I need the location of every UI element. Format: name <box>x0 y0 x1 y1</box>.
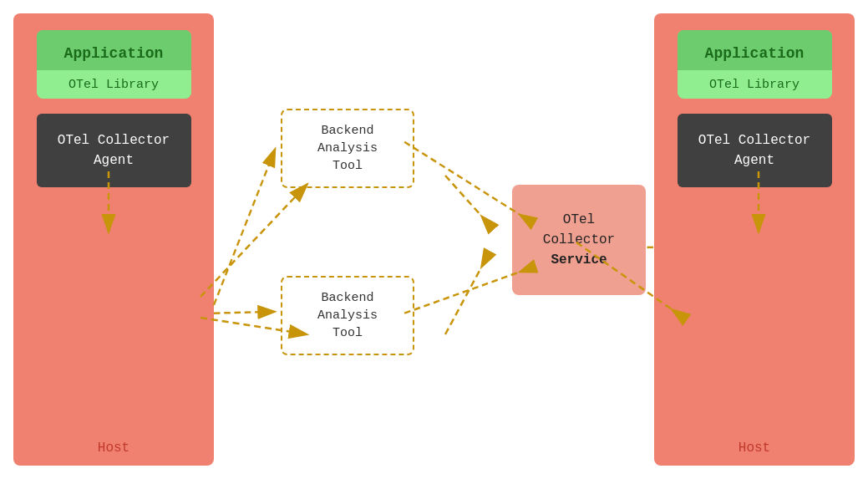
right-host-label: Host <box>739 441 770 456</box>
backend-tool-1-line2: Tool <box>332 159 363 173</box>
right-agent-line1: OTel Collector <box>698 133 810 148</box>
backend-tool-2: Backend Analysis Tool <box>281 276 414 355</box>
backend-tool-2-line2: Tool <box>332 326 363 340</box>
collector-service-box: OTel Collector Service <box>512 185 646 295</box>
backend-tool-2-line1: Backend Analysis <box>317 291 378 323</box>
svg-line-5 <box>404 272 520 313</box>
collector-service-line2: Service <box>551 252 607 268</box>
svg-line-3 <box>214 312 276 313</box>
right-app-title: Application <box>705 45 805 62</box>
backend-tool-1-line1: Backend Analysis <box>317 124 378 155</box>
left-host-label: Host <box>98 441 129 456</box>
right-agent-label: OTel Collector Agent <box>698 133 810 168</box>
backend-tool-2-container: Backend Analysis Tool <box>281 276 414 355</box>
svg-line-4 <box>404 142 520 215</box>
right-app-combined: Application OTel Library <box>678 30 832 99</box>
left-host: Application OTel Library OTel Collector … <box>13 13 214 466</box>
backend-tool-1: Backend Analysis Tool <box>281 109 414 188</box>
left-app-combined: Application OTel Library <box>37 30 191 99</box>
diagram-container: Application OTel Library OTel Collector … <box>0 0 868 479</box>
diagram-wrapper: Backend Analysis Tool Backend Analysis T… <box>214 17 654 462</box>
right-agent-box: OTel Collector Agent <box>678 114 832 187</box>
left-agent-line2: Agent <box>94 153 134 168</box>
backend-tool-1-container: Backend Analysis Tool <box>281 109 414 188</box>
right-lib-box: OTel Library <box>678 70 832 99</box>
collector-service-container: OTel Collector Service <box>512 185 646 295</box>
left-agent-box: OTel Collector Agent <box>37 114 191 187</box>
left-app-title: Application <box>64 45 164 62</box>
svg-line-2 <box>214 149 276 305</box>
left-lib-label: OTel Library <box>69 78 159 92</box>
right-lib-label: OTel Library <box>709 78 799 92</box>
collector-service-line1: OTel Collector <box>543 212 615 247</box>
middle-section: Backend Analysis Tool Backend Analysis T… <box>214 0 654 479</box>
right-host: Application OTel Library OTel Collector … <box>654 13 855 466</box>
right-agent-line2: Agent <box>734 153 774 168</box>
left-lib-box: OTel Library <box>37 70 191 99</box>
right-app-top: Application <box>678 30 832 70</box>
left-agent-line1: OTel Collector <box>58 133 170 148</box>
left-agent-label: OTel Collector Agent <box>58 133 170 168</box>
left-app-top: Application <box>37 30 191 70</box>
